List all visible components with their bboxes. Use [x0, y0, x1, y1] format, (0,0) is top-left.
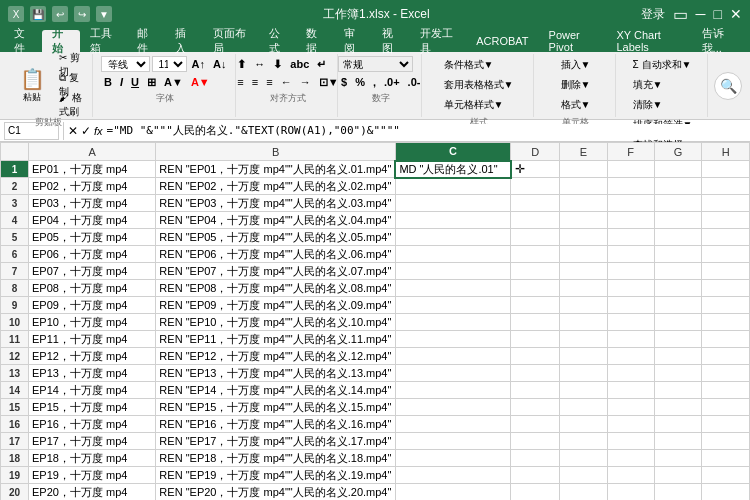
bottom-align-button[interactable]: ⬇ — [270, 56, 285, 72]
cell-e1[interactable] — [560, 161, 607, 178]
row-number-4[interactable]: 4 — [1, 212, 29, 229]
cell-b1[interactable]: REN "EP01，十万度 mp4""人民的名义.01.mp4" — [156, 161, 396, 178]
cell-a7[interactable]: EP07，十万度 mp4 — [29, 263, 156, 280]
row-number-2[interactable]: 2 — [1, 178, 29, 195]
cell-h15[interactable] — [702, 399, 750, 416]
save-icon[interactable]: 💾 — [30, 6, 46, 22]
cell-c10[interactable] — [395, 314, 510, 331]
cell-h2[interactable] — [702, 178, 750, 195]
tab-home[interactable]: 开始 — [42, 30, 80, 52]
confirm-formula-button[interactable]: ✓ — [81, 124, 91, 138]
cell-d10[interactable] — [511, 314, 560, 331]
cell-d9[interactable] — [511, 297, 560, 314]
cell-h17[interactable] — [702, 433, 750, 450]
col-header-d[interactable]: D — [511, 143, 560, 161]
cell-f20[interactable] — [607, 484, 654, 501]
row-number-12[interactable]: 12 — [1, 348, 29, 365]
cell-b5[interactable]: REN "EP05，十万度 mp4""人民的名义.05.mp4" — [156, 229, 396, 246]
cell-d3[interactable] — [511, 195, 560, 212]
tab-view[interactable]: 视图 — [372, 30, 410, 52]
cell-g10[interactable] — [654, 314, 702, 331]
tab-file[interactable]: 文件 — [4, 30, 42, 52]
row-number-8[interactable]: 8 — [1, 280, 29, 297]
cell-g7[interactable] — [654, 263, 702, 280]
cell-a3[interactable]: EP03，十万度 mp4 — [29, 195, 156, 212]
row-number-19[interactable]: 19 — [1, 467, 29, 484]
middle-align-button[interactable]: ↔ — [251, 56, 268, 72]
cell-e14[interactable] — [560, 382, 607, 399]
cell-b16[interactable]: REN "EP16，十万度 mp4""人民的名义.16.mp4" — [156, 416, 396, 433]
cell-h3[interactable] — [702, 195, 750, 212]
cell-c7[interactable] — [395, 263, 510, 280]
conditional-format-button[interactable]: 条件格式▼ — [441, 56, 517, 74]
increase-decimal-button[interactable]: .0+ — [381, 74, 403, 90]
cell-d14[interactable] — [511, 382, 560, 399]
format-painter-button[interactable]: 🖌 格式刷 — [56, 96, 86, 114]
cell-g18[interactable] — [654, 450, 702, 467]
cell-g8[interactable] — [654, 280, 702, 297]
cell-c19[interactable] — [395, 467, 510, 484]
cell-f15[interactable] — [607, 399, 654, 416]
cell-b18[interactable]: REN "EP18，十万度 mp4""人民的名义.18.mp4" — [156, 450, 396, 467]
row-number-17[interactable]: 17 — [1, 433, 29, 450]
cell-c2[interactable] — [395, 178, 510, 195]
row-number-11[interactable]: 11 — [1, 331, 29, 348]
cell-e20[interactable] — [560, 484, 607, 501]
cell-f14[interactable] — [607, 382, 654, 399]
cell-a17[interactable]: EP17，十万度 mp4 — [29, 433, 156, 450]
cell-c5[interactable] — [395, 229, 510, 246]
cell-g12[interactable] — [654, 348, 702, 365]
cell-e17[interactable] — [560, 433, 607, 450]
row-number-15[interactable]: 15 — [1, 399, 29, 416]
cell-h6[interactable] — [702, 246, 750, 263]
clear-button[interactable]: 清除▼ — [630, 96, 696, 114]
cell-a13[interactable]: EP13，十万度 mp4 — [29, 365, 156, 382]
cell-style-button[interactable]: 单元格样式▼ — [441, 96, 517, 114]
bold-button[interactable]: B — [101, 74, 115, 90]
cell-e18[interactable] — [560, 450, 607, 467]
font-color-button[interactable]: A▼ — [188, 74, 213, 90]
text-angle-button[interactable]: abc — [287, 56, 312, 72]
cell-f12[interactable] — [607, 348, 654, 365]
search-button[interactable]: 🔍 — [714, 72, 742, 100]
cell-h8[interactable] — [702, 280, 750, 297]
cell-b10[interactable]: REN "EP10，十万度 mp4""人民的名义.10.mp4" — [156, 314, 396, 331]
decrease-font-button[interactable]: A↓ — [210, 56, 229, 72]
cell-a10[interactable]: EP10，十万度 mp4 — [29, 314, 156, 331]
cell-h19[interactable] — [702, 467, 750, 484]
cell-h18[interactable] — [702, 450, 750, 467]
cell-c15[interactable] — [395, 399, 510, 416]
left-align-button[interactable]: ≡ — [234, 74, 246, 90]
cell-a4[interactable]: EP04，十万度 mp4 — [29, 212, 156, 229]
cell-f5[interactable] — [607, 229, 654, 246]
row-number-9[interactable]: 9 — [1, 297, 29, 314]
col-header-f[interactable]: F — [607, 143, 654, 161]
cell-g19[interactable] — [654, 467, 702, 484]
maximize-button[interactable]: □ — [714, 6, 722, 22]
row-number-16[interactable]: 16 — [1, 416, 29, 433]
cell-h14[interactable] — [702, 382, 750, 399]
cell-d1[interactable]: ✛ — [511, 161, 560, 178]
cell-h11[interactable] — [702, 331, 750, 348]
cell-b8[interactable]: REN "EP08，十万度 mp4""人民的名义.08.mp4" — [156, 280, 396, 297]
row-number-7[interactable]: 7 — [1, 263, 29, 280]
cell-e5[interactable] — [560, 229, 607, 246]
cell-e4[interactable] — [560, 212, 607, 229]
decrease-indent-button[interactable]: ← — [278, 74, 295, 90]
increase-font-button[interactable]: A↑ — [189, 56, 208, 72]
tab-insert[interactable]: 插入 — [165, 30, 203, 52]
cell-b6[interactable]: REN "EP06，十万度 mp4""人民的名义.06.mp4" — [156, 246, 396, 263]
cell-a12[interactable]: EP12，十万度 mp4 — [29, 348, 156, 365]
cell-g2[interactable] — [654, 178, 702, 195]
top-align-button[interactable]: ⬆ — [234, 56, 249, 72]
cell-e8[interactable] — [560, 280, 607, 297]
cell-a18[interactable]: EP18，十万度 mp4 — [29, 450, 156, 467]
undo-button[interactable]: ↩ — [52, 6, 68, 22]
insert-button[interactable]: 插入▼ — [558, 56, 594, 74]
cell-c9[interactable] — [395, 297, 510, 314]
cell-g15[interactable] — [654, 399, 702, 416]
cell-c3[interactable] — [395, 195, 510, 212]
cell-g13[interactable] — [654, 365, 702, 382]
fill-color-button[interactable]: A▼ — [161, 74, 186, 90]
cell-h20[interactable] — [702, 484, 750, 501]
